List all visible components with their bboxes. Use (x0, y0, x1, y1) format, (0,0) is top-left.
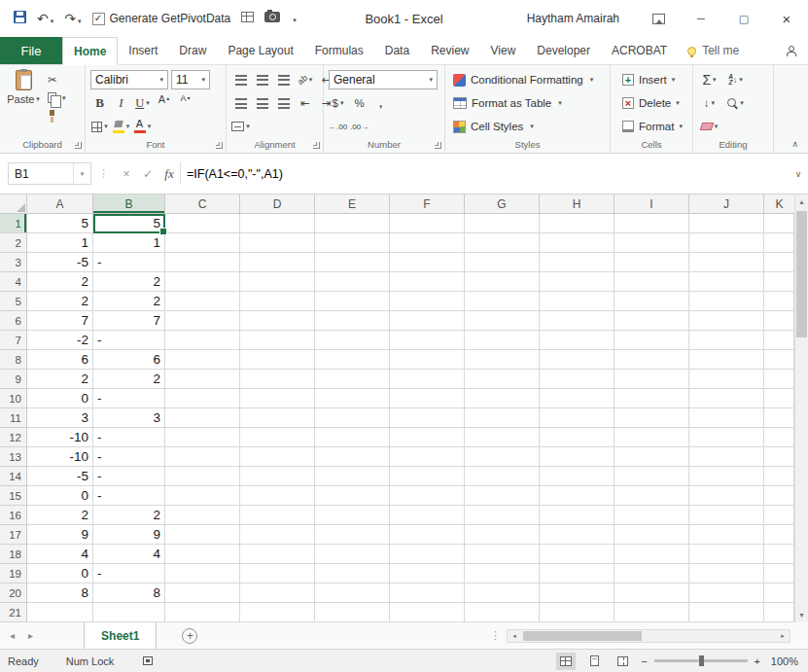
sort-filter-button[interactable]: AZ↓▾ (726, 70, 745, 89)
scroll-right-icon[interactable]: ▸ (776, 632, 790, 640)
sheet-tab-sheet1[interactable]: Sheet1 (84, 622, 157, 649)
tab-scroll-splitter[interactable]: ⋮ (484, 629, 507, 642)
cell-H21[interactable] (540, 603, 615, 622)
italic-button[interactable]: I (112, 93, 130, 113)
cell-D15[interactable] (240, 486, 315, 506)
cell-A2[interactable]: 1 (27, 233, 93, 253)
cell-C21[interactable] (165, 603, 240, 622)
cell-J10[interactable] (689, 389, 764, 408)
cell-D2[interactable] (240, 233, 315, 253)
zoom-slider-thumb[interactable] (699, 655, 704, 666)
row-header-15[interactable]: 15 (0, 486, 27, 506)
cell-K13[interactable] (764, 447, 794, 467)
cell-F12[interactable] (390, 428, 465, 447)
cell-D6[interactable] (240, 311, 315, 331)
column-header-D[interactable]: D (240, 195, 315, 214)
cell-K1[interactable] (764, 214, 794, 233)
cell-A4[interactable]: 2 (27, 272, 93, 292)
cell-C19[interactable] (165, 564, 240, 584)
cell-I13[interactable] (615, 447, 689, 467)
tab-review[interactable]: Review (420, 37, 479, 64)
account-name[interactable]: Haytham Amairah (527, 12, 619, 25)
tab-view[interactable]: View (480, 37, 527, 64)
page-layout-view-button[interactable] (584, 653, 604, 670)
cell-J12[interactable] (689, 428, 764, 447)
cell-C13[interactable] (165, 447, 240, 467)
cell-C12[interactable] (165, 428, 240, 447)
cell-C3[interactable] (165, 253, 240, 272)
cell-A18[interactable]: 4 (27, 545, 93, 564)
cell-B16[interactable]: 2 (93, 506, 165, 525)
cell-H20[interactable] (540, 584, 615, 603)
cell-D21[interactable] (240, 603, 315, 622)
cell-I6[interactable] (615, 311, 689, 331)
cell-B18[interactable]: 4 (93, 545, 165, 564)
cell-F1[interactable] (390, 214, 465, 233)
insert-cells-button[interactable]: Insert ▾ (615, 68, 682, 91)
page-break-view-button[interactable] (613, 653, 632, 670)
percent-style-button[interactable]: % (350, 93, 369, 113)
decrease-decimal-button[interactable]: .00→ (350, 117, 369, 136)
cell-H16[interactable] (540, 506, 615, 525)
cell-E17[interactable] (315, 525, 390, 545)
cell-D7[interactable] (240, 331, 315, 350)
name-box[interactable]: B1 ▾ (8, 162, 91, 185)
cell-J2[interactable] (689, 233, 764, 253)
cell-A9[interactable]: 2 (27, 370, 93, 389)
share-button[interactable] (785, 37, 808, 64)
middle-align-button[interactable] (253, 70, 271, 89)
column-header-J[interactable]: J (689, 195, 764, 214)
cell-C16[interactable] (165, 506, 240, 525)
cell-G15[interactable] (465, 486, 540, 506)
cell-K4[interactable] (764, 272, 794, 292)
tab-formulas[interactable]: Formulas (304, 37, 374, 64)
row-header-11[interactable]: 11 (0, 408, 27, 428)
copy-button[interactable]: ▾ (48, 89, 66, 106)
cell-E21[interactable] (315, 603, 390, 622)
cell-B10[interactable]: - (93, 389, 165, 408)
cell-G12[interactable] (465, 428, 540, 447)
cell-I15[interactable] (615, 486, 689, 506)
cell-K18[interactable] (764, 545, 794, 564)
cell-A13[interactable]: -10 (27, 447, 93, 467)
cell-H10[interactable] (540, 389, 615, 408)
cell-G4[interactable] (465, 272, 540, 292)
increase-decimal-button[interactable]: ←.00 (329, 117, 347, 136)
cell-B7[interactable]: - (93, 331, 165, 350)
cell-J17[interactable] (689, 525, 764, 545)
cell-A20[interactable]: 8 (27, 584, 93, 603)
accounting-format-button[interactable]: $▾ (329, 93, 347, 113)
cell-J9[interactable] (689, 370, 764, 389)
row-header-2[interactable]: 2 (0, 233, 27, 253)
cell-B1[interactable]: 5 (93, 214, 165, 233)
cell-F4[interactable] (390, 272, 465, 292)
cell-G11[interactable] (465, 408, 540, 428)
cell-J18[interactable] (689, 545, 764, 564)
tab-file[interactable]: File (0, 37, 62, 64)
cell-D10[interactable] (240, 389, 315, 408)
format-as-table-button[interactable]: Format as Table ▾ (450, 91, 562, 115)
cell-A5[interactable]: 2 (27, 292, 93, 311)
cell-E5[interactable] (315, 292, 390, 311)
align-left-button[interactable] (231, 93, 250, 113)
cell-B14[interactable]: - (93, 467, 165, 486)
cell-E11[interactable] (315, 408, 390, 428)
cell-G19[interactable] (465, 564, 540, 584)
cell-B21[interactable] (93, 603, 165, 622)
cell-F8[interactable] (390, 350, 465, 370)
cell-C17[interactable] (165, 525, 240, 545)
cell-I4[interactable] (615, 272, 689, 292)
row-header-9[interactable]: 9 (0, 370, 27, 389)
cell-J6[interactable] (689, 311, 764, 331)
cell-K2[interactable] (764, 233, 794, 253)
cell-K17[interactable] (764, 525, 794, 545)
row-header-21[interactable]: 21 (0, 603, 27, 622)
formula-input[interactable]: =IF(A1<=0,"-",A1) (180, 162, 789, 185)
row-header-10[interactable]: 10 (0, 389, 27, 408)
cell-B12[interactable]: - (93, 428, 165, 447)
cell-I11[interactable] (615, 408, 689, 428)
cell-J19[interactable] (689, 564, 764, 584)
cell-C1[interactable] (165, 214, 240, 233)
cell-H9[interactable] (540, 370, 615, 389)
cell-H15[interactable] (540, 486, 615, 506)
